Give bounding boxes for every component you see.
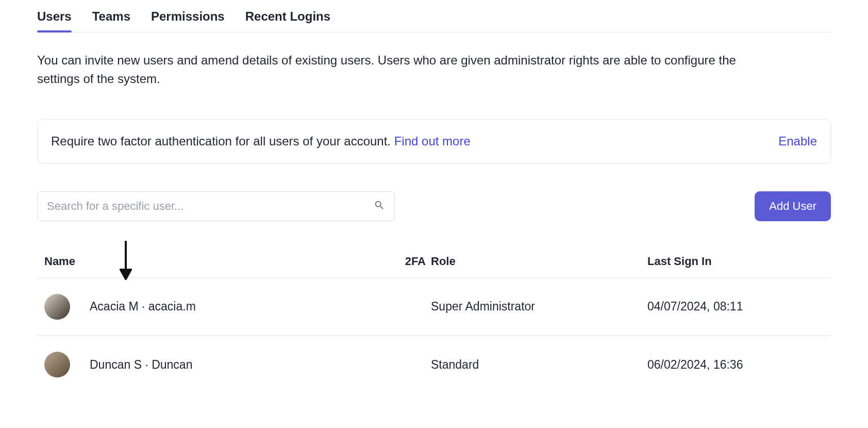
tab-users[interactable]: Users — [37, 5, 72, 32]
user-last-signin: 06/02/2024, 16:36 — [647, 358, 824, 372]
column-header-last-signin[interactable]: Last Sign In — [647, 255, 824, 268]
column-header-name[interactable]: Name — [44, 255, 395, 268]
twofa-callout: Require two factor authentication for al… — [37, 119, 831, 163]
user-role: Super Administrator — [431, 300, 647, 314]
page-description: You can invite new users and amend detai… — [37, 51, 759, 88]
column-header-2fa[interactable]: 2FA — [395, 255, 431, 268]
search-input[interactable] — [47, 200, 374, 213]
table-row[interactable]: Duncan S · Duncan Standard 06/02/2024, 1… — [37, 336, 831, 393]
avatar — [44, 352, 70, 377]
svg-marker-1 — [121, 270, 131, 279]
user-name: Acacia M · acacia.m — [90, 300, 196, 314]
table-header: Name 2FA Role Last Sign In — [37, 245, 831, 278]
search-icon — [374, 200, 385, 213]
user-role: Standard — [431, 358, 647, 372]
tab-teams[interactable]: Teams — [92, 5, 130, 32]
tab-permissions[interactable]: Permissions — [151, 5, 225, 32]
toolbar: Add User — [37, 191, 831, 221]
sort-arrow-down-icon — [120, 240, 132, 283]
table-row[interactable]: Acacia M · acacia.m Super Administrator … — [37, 278, 831, 336]
users-table: Name 2FA Role Last Sign In Acacia M · ac… — [37, 245, 831, 393]
user-name: Duncan S · Duncan — [90, 358, 192, 372]
twofa-callout-text: Require two factor authentication for al… — [51, 134, 394, 148]
tab-recent-logins[interactable]: Recent Logins — [245, 5, 330, 32]
avatar — [44, 294, 70, 320]
twofa-find-out-more-link[interactable]: Find out more — [394, 134, 471, 148]
twofa-enable-button[interactable]: Enable — [778, 134, 817, 149]
search-user-field[interactable] — [37, 191, 395, 221]
add-user-button[interactable]: Add User — [755, 191, 831, 221]
column-header-role[interactable]: Role — [431, 255, 647, 268]
tabs: Users Teams Permissions Recent Logins — [37, 5, 831, 32]
user-last-signin: 04/07/2024, 08:11 — [647, 300, 824, 314]
